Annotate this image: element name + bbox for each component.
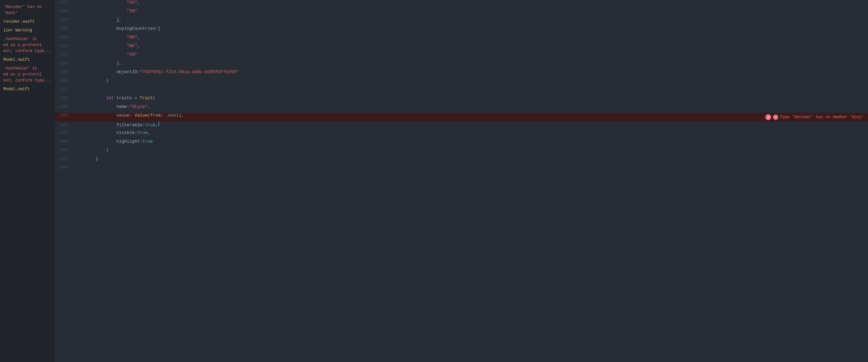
name-key: name: xyxy=(75,104,129,109)
sidebar-error-2-text: .hashValue' ised as a protocolent; confo… xyxy=(3,37,51,53)
sidebar-file-1-name: rovider.swift xyxy=(3,19,35,24)
line-number-136: 136 xyxy=(55,78,73,83)
line-content-133: "IN" xyxy=(73,52,868,57)
code-area[interactable]: 127 "US", 128 "IN" 129 ], xyxy=(55,0,868,362)
code-line-144: 144 ) xyxy=(55,148,868,156)
indent xyxy=(75,9,127,14)
line-content-139: name:"Style", xyxy=(73,104,868,109)
value-key: value: xyxy=(75,113,134,118)
line-number-130: 130 xyxy=(55,26,73,31)
line-content-130: buyingCountries:[ xyxy=(73,26,868,31)
line-number-133: 133 xyxy=(55,52,73,57)
indent2 xyxy=(75,95,106,101)
code-line-129: 129 ], xyxy=(55,17,868,26)
line-content-138: let traits = Trait( xyxy=(73,95,868,101)
comma: , xyxy=(137,0,140,5)
comma4: , xyxy=(148,130,150,135)
code-editor: 127 "US", 128 "IN" 129 ], xyxy=(55,0,868,362)
code-line-128: 128 "IN" xyxy=(55,9,868,17)
error-badge[interactable]: 2 ✕ Type 'Decoder' has no member 'bool' xyxy=(762,114,868,121)
line-number-146: 146 xyxy=(55,165,73,170)
code-line-127: 127 "US", xyxy=(55,0,868,9)
value-type: Value xyxy=(134,113,148,118)
sidebar-warning-1[interactable]: iler Warning xyxy=(0,26,55,35)
line-content-129: ], xyxy=(73,17,868,22)
line-number-134: 134 xyxy=(55,61,73,66)
sidebar-warning-label: iler Warning xyxy=(3,28,32,33)
str-in: "IN" xyxy=(127,9,137,14)
line-content-142: visible:true, xyxy=(73,130,868,135)
error-message-text: Type 'Decoder' has no member 'bool' xyxy=(780,115,864,119)
comma3: , xyxy=(155,122,158,128)
sidebar-panel: 'Decoder' has no'bool' rovider.swift ile… xyxy=(0,0,55,362)
code-line-140: 140 value: Value(from: .bool), 2 ✕ Type … xyxy=(55,113,868,121)
line-number-145: 145 xyxy=(55,156,73,161)
sidebar-error-2[interactable]: .hashValue' ised as a protocolent; confo… xyxy=(0,35,55,55)
line-content-140: value: Value(from: .bool), xyxy=(73,113,868,118)
line-number-138: 138 xyxy=(55,95,73,101)
comma2: , xyxy=(148,104,150,109)
buying-countries: buyingCountries:[ xyxy=(75,26,160,31)
sidebar-error-3[interactable]: .hashValue' ised as a protocolent; confo… xyxy=(0,64,55,85)
style-str: "Style" xyxy=(129,104,148,109)
sidebar-file-3[interactable]: Model.swift xyxy=(0,85,55,93)
line-number-139: 139 xyxy=(55,104,73,109)
code-line-137: 137 xyxy=(55,87,868,95)
line-content-131: "AD", xyxy=(73,35,868,40)
str-in2: "IN" xyxy=(127,52,137,57)
true-val-2: true xyxy=(137,130,148,135)
sidebar-error-3-text: .hashValue' ised as a protocolent; confo… xyxy=(3,66,51,83)
code-line-132: 132 "AE", xyxy=(55,44,868,52)
sidebar-file-3-name: Model.swift xyxy=(3,87,30,91)
line-content-143: highlight:true xyxy=(73,139,868,144)
code-line-134: 134 ], xyxy=(55,61,868,69)
error-count: 2 xyxy=(765,114,771,120)
line-content-127: "US", xyxy=(73,0,868,5)
true-val-3: true xyxy=(143,139,153,144)
line-content-145: } xyxy=(73,156,868,161)
line-content-132: "AE", xyxy=(73,44,868,49)
code-line-130: 130 buyingCountries:[ xyxy=(55,26,868,35)
indent xyxy=(75,44,127,49)
error-pair: 2 ✕ Type 'Decoder' has no member 'bool' xyxy=(765,114,864,120)
line-number-140: 140 xyxy=(55,113,73,118)
sidebar-error-1[interactable]: 'Decoder' has no'bool' xyxy=(0,3,55,17)
code-line-139: 139 name:"Style", xyxy=(55,104,868,113)
code-line-136: 136 ) xyxy=(55,78,868,87)
sidebar-file-1[interactable]: rovider.swift xyxy=(0,17,55,26)
bracket-close: ], xyxy=(75,17,121,22)
line-number-127: 127 xyxy=(55,0,73,5)
indent xyxy=(75,52,127,57)
code-line-146: 146 xyxy=(55,165,868,174)
uuid-value: "7d37091c-f214-491a-a50c-d289f0f7e255" xyxy=(140,69,239,75)
sidebar-file-2[interactable]: Model.swift xyxy=(0,55,55,64)
line-number-129: 129 xyxy=(55,17,73,22)
line-number-141: 141 xyxy=(55,122,73,128)
visible-key: visible: xyxy=(75,130,137,135)
code-line-133: 133 "IN" xyxy=(55,52,868,61)
filterable-key: filterable: xyxy=(75,122,145,128)
code-line-131: 131 "AD", xyxy=(55,35,868,44)
code-line-145: 145 } xyxy=(55,156,868,165)
code-line-135: 135 objectID:"7d37091c-f214-491a-a50c-d2… xyxy=(55,69,868,78)
line-number-143: 143 xyxy=(55,139,73,144)
line-content-135: objectID:"7d37091c-f214-491a-a50c-d289f0… xyxy=(73,69,868,75)
line-number-144: 144 xyxy=(55,148,73,152)
str-ae: "AE" xyxy=(127,44,137,49)
line-content-144: ) xyxy=(73,148,868,152)
paren-open: ( xyxy=(153,95,155,101)
paren-close: ) xyxy=(75,78,108,83)
let-kw: let xyxy=(106,95,114,101)
brace-close: } xyxy=(75,156,98,161)
comma: , xyxy=(137,44,140,49)
code-line-141: 141 filterable:true, xyxy=(55,121,868,130)
true-val-1: true xyxy=(145,122,155,128)
code-line-142: 142 visible:true, xyxy=(55,130,868,139)
indent xyxy=(75,0,127,5)
line-number-131: 131 xyxy=(55,35,73,40)
from-key: (from: xyxy=(148,113,166,118)
str-ad: "AD" xyxy=(127,35,137,40)
line-number-132: 132 xyxy=(55,44,73,49)
bool-dot: .bool xyxy=(166,113,179,118)
trait-type: Trait xyxy=(140,95,153,101)
